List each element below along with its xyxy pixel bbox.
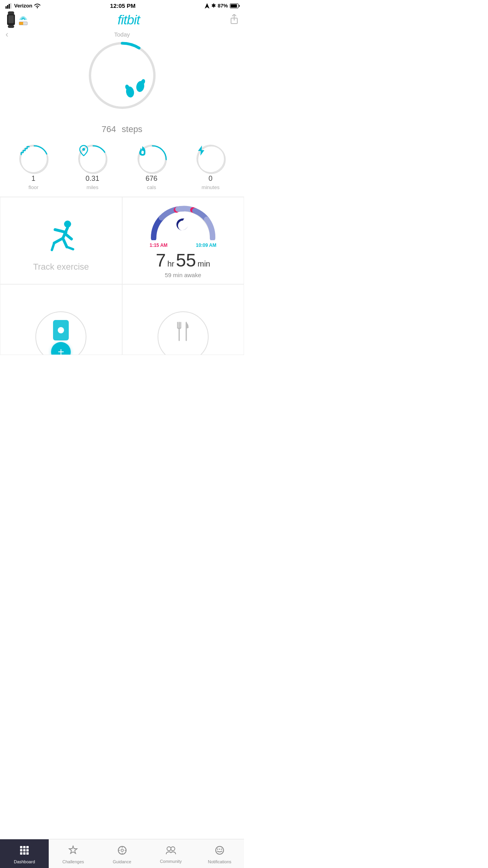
svg-rect-8 <box>8 15 14 23</box>
steps-section: 764 steps <box>0 40 244 141</box>
log-card[interactable]: + <box>0 284 122 355</box>
cals-value: 676 <box>146 175 158 183</box>
bluetooth-icon: ✱ <box>211 3 216 9</box>
svg-line-30 <box>52 243 54 250</box>
signal-icon <box>6 3 13 9</box>
sleep-minutes: 55 <box>176 250 196 270</box>
status-right: ✱ 87% <box>205 3 238 9</box>
fitbit-device-icon <box>6 11 17 28</box>
status-time: 12:05 PM <box>110 2 136 9</box>
svg-point-34 <box>58 327 64 333</box>
cals-circle <box>138 145 166 173</box>
floors-label: floor <box>28 184 38 190</box>
minutes-circle <box>196 145 225 173</box>
food-card[interactable] <box>122 284 244 355</box>
svg-point-21 <box>83 148 85 151</box>
svg-marker-5 <box>205 3 209 9</box>
exercise-label: Track exercise <box>33 262 89 272</box>
location-arrow-icon <box>205 3 209 9</box>
metric-minutes[interactable]: 0 minutes <box>196 145 225 190</box>
svg-line-27 <box>55 230 66 232</box>
metric-floors[interactable]: 1 floor <box>19 145 48 190</box>
lightning-icon <box>196 145 206 156</box>
steps-value: 764 <box>102 124 116 134</box>
log-icon <box>51 319 71 343</box>
svg-line-32 <box>67 247 73 249</box>
cals-label: cals <box>147 184 156 190</box>
food-circle <box>158 311 209 355</box>
stairs-icon <box>19 145 31 156</box>
app-title: fitbit <box>30 12 227 28</box>
sleep-awake: 59 min awake <box>156 272 210 278</box>
sleep-minutes-label: min <box>198 259 210 268</box>
share-button[interactable] <box>230 14 238 26</box>
miles-value: 0.31 <box>86 175 99 183</box>
device-row: fitbit <box>0 11 244 30</box>
device-signal <box>19 14 28 25</box>
svg-rect-3 <box>10 3 11 9</box>
share-icon <box>230 14 238 24</box>
location-pin-icon <box>78 145 89 156</box>
svg-rect-0 <box>6 6 7 9</box>
floors-circle <box>19 145 48 173</box>
sleep-stats: 7 hr 55 min 59 min awake <box>156 250 210 278</box>
steps-circle[interactable] <box>87 40 158 111</box>
sleep-gauge <box>150 203 216 240</box>
cards-grid: Track exercise <box>0 197 244 355</box>
wifi-icon <box>34 3 41 9</box>
battery-icon <box>230 4 238 8</box>
sleep-times: 1:15 AM 10:09 AM <box>150 243 216 248</box>
metrics-row: 1 floor 0.31 miles <box>0 141 244 197</box>
miles-circle <box>78 145 106 173</box>
miles-label: miles <box>86 184 98 190</box>
exercise-card[interactable]: Track exercise <box>0 197 122 284</box>
back-arrow[interactable]: ‹ <box>6 29 8 40</box>
sleep-hours: 7 <box>156 250 166 270</box>
svg-rect-6 <box>8 11 14 15</box>
svg-rect-2 <box>9 4 10 9</box>
svg-line-28 <box>65 234 72 239</box>
sleep-end-time: 10:09 AM <box>196 243 216 248</box>
status-left: Verizon <box>6 3 41 9</box>
steps-display: 764 steps <box>102 113 143 137</box>
sleep-arc-chart <box>150 203 216 240</box>
sleep-duration: 7 hr 55 min <box>156 250 210 271</box>
floors-value: 1 <box>31 175 35 183</box>
exercise-figure <box>43 219 79 256</box>
carrier-label: Verizon <box>14 3 32 9</box>
footsteps-icon <box>122 75 150 99</box>
flame-icon <box>138 145 148 156</box>
sleep-card[interactable]: 1:15 AM 10:09 AM 7 hr 55 min 59 min awak… <box>122 197 244 284</box>
svg-line-29 <box>54 238 63 243</box>
battery-percent: 87% <box>218 3 228 9</box>
running-icon <box>43 219 79 254</box>
steps-unit: steps <box>122 124 143 134</box>
sleep-start-time: 1:15 AM <box>150 243 168 248</box>
status-bar: Verizon 12:05 PM ✱ 87% <box>0 0 244 11</box>
svg-point-4 <box>37 7 38 8</box>
today-label: Today <box>0 31 244 38</box>
minutes-value: 0 <box>209 175 213 183</box>
minutes-label: minutes <box>202 184 220 190</box>
svg-rect-1 <box>7 5 8 9</box>
metric-cals[interactable]: 676 cals <box>138 145 166 190</box>
sleep-hours-label: hr <box>167 259 174 268</box>
metric-miles[interactable]: 0.31 miles <box>78 145 106 190</box>
svg-line-31 <box>63 238 67 247</box>
food-icon <box>174 321 192 342</box>
svg-rect-9 <box>8 25 14 28</box>
